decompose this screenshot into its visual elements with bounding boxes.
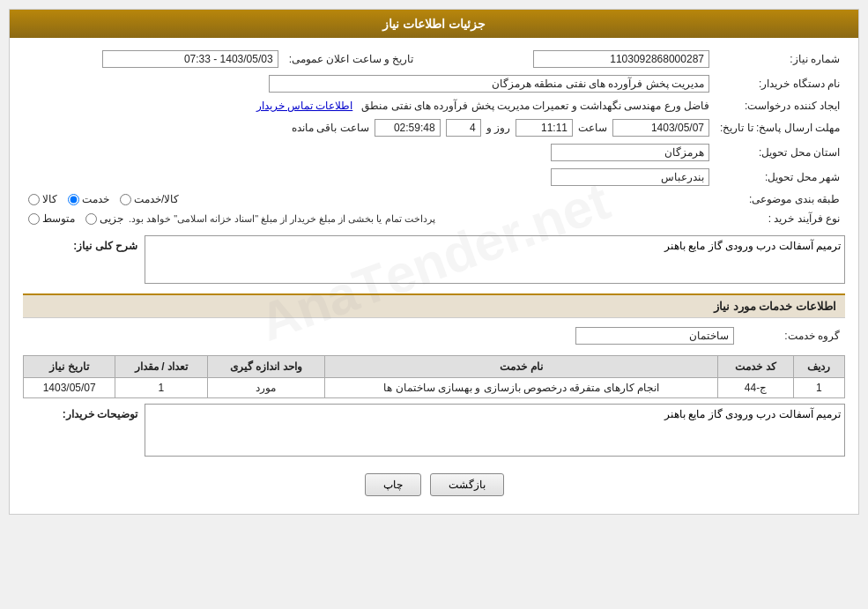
response-date-input: 1403/05/07 <box>612 119 709 137</box>
category-both-radio[interactable] <box>120 194 131 205</box>
table-cell-unit: مورد <box>207 378 325 398</box>
process-motavaset-label: متوسط <box>42 212 75 225</box>
category-kala-label: کالا <box>42 193 57 205</box>
category-both-item: کالا/خدمت <box>120 193 179 205</box>
process-options: پرداخت تمام یا بخشی از مبلغ خریدار از مب… <box>23 209 715 228</box>
announce-input: 1403/05/03 - 07:33 <box>102 50 278 68</box>
need-summary-textarea[interactable] <box>145 235 845 284</box>
process-jozii-label: جزیی <box>100 212 123 225</box>
page-header: جزئیات اطلاعات نیاز <box>10 10 858 38</box>
process-label: نوع فرآیند خرید : <box>715 209 845 228</box>
response-deadline-cells: 1403/05/07 ساعت 11:11 روز و 4 02:59:48 س… <box>23 115 715 140</box>
services-table-header-row: ردیف کد خدمت نام خدمت واحد اندازه گیری ت… <box>24 356 845 378</box>
content-area: شماره نیاز: 1103092868000287 تاریخ و ساع… <box>10 38 858 514</box>
process-flex: پرداخت تمام یا بخشی از مبلغ خریدار از مب… <box>28 212 709 225</box>
table-cell-code: ج-44 <box>718 378 794 398</box>
category-label: طبقه بندی موضوعی: <box>715 189 845 209</box>
requester-input: مدیریت پخش فرآورده های نفتی منطقه هرمزگا… <box>269 75 709 93</box>
requester-label: نام دستگاه خریدار: <box>715 71 845 96</box>
table-cell-name: انجام کارهای متفرقه درخصوص بازسازی و بهس… <box>325 378 718 398</box>
process-jozii-item: جزیی <box>85 212 123 225</box>
process-radio-group: جزیی متوسط <box>28 212 123 225</box>
main-box: AnaТender.net جزئیات اطلاعات نیاز شماره … <box>9 9 859 515</box>
response-time-input: 11:11 <box>516 119 573 137</box>
process-row: نوع فرآیند خرید : پرداخت تمام یا بخشی از… <box>23 209 845 228</box>
need-summary-label: شرح کلی نیاز: <box>23 235 137 252</box>
creator-text: فاضل ورع مهندسی نگهداشت و تعمیرات مدیریت… <box>361 100 709 112</box>
need-summary-input-wrap <box>145 235 845 286</box>
requester-row: نام دستگاه خریدار: مدیریت پخش فرآورده ها… <box>23 71 845 96</box>
page-wrapper: AnaТender.net جزئیات اطلاعات نیاز شماره … <box>0 0 868 524</box>
col-row-num: ردیف <box>793 356 844 378</box>
need-number-label: شماره نیاز: <box>715 47 845 71</box>
services-table: ردیف کد خدمت نام خدمت واحد اندازه گیری ت… <box>23 355 845 398</box>
buyer-desc-label: توضیحات خریدار: <box>23 404 137 420</box>
response-remaining-input: 02:59:48 <box>375 119 441 137</box>
buyer-desc-section: توضیحات خریدار: <box>23 404 845 459</box>
buyer-desc-textarea[interactable] <box>145 404 845 457</box>
province-row: استان محل تحویل: هرمزگان <box>23 140 845 165</box>
category-khedmat-label: خدمت <box>82 193 109 205</box>
service-group-label: گروه خدمت: <box>739 323 845 348</box>
city-input: بندرعباس <box>551 168 709 186</box>
creator-link[interactable]: اطلاعات تماس خریدار <box>256 100 353 112</box>
service-group-value: ساختمان <box>23 323 739 348</box>
info-table: شماره نیاز: 1103092868000287 تاریخ و ساع… <box>23 47 845 228</box>
table-row: 1ج-44انجام کارهای متفرقه درخصوص بازسازی … <box>24 378 845 398</box>
process-motavaset-radio[interactable] <box>28 213 40 225</box>
response-time-label: ساعت <box>578 122 607 134</box>
response-deadline-flex: 1403/05/07 ساعت 11:11 روز و 4 02:59:48 س… <box>28 119 709 137</box>
city-row: شهر محل تحویل: بندرعباس <box>23 165 845 189</box>
category-khedmat-radio[interactable] <box>68 194 79 205</box>
creator-label: ایجاد کننده درخواست: <box>715 96 845 115</box>
col-service-name: نام خدمت <box>325 356 718 378</box>
category-row: طبقه بندی موضوعی: کالا خدمت <box>23 189 845 209</box>
service-group-row: گروه خدمت: ساختمان <box>23 323 845 348</box>
service-group-input: ساختمان <box>575 327 734 345</box>
need-number-row: شماره نیاز: 1103092868000287 تاریخ و ساع… <box>23 47 845 71</box>
back-button[interactable]: بازگشت <box>430 473 504 496</box>
need-summary-section: شرح کلی نیاز: <box>23 235 845 286</box>
buyer-desc-input-wrap <box>145 404 845 459</box>
col-service-code: کد خدمت <box>718 356 794 378</box>
city-value: بندرعباس <box>23 165 715 189</box>
page-title: جزئیات اطلاعات نیاز <box>382 17 486 31</box>
col-quantity: تعداد / مقدار <box>115 356 207 378</box>
col-date: تاریخ نیاز <box>24 356 115 378</box>
category-radio-group: کالا خدمت کالا/خدمت <box>28 193 709 205</box>
table-cell-row: 1 <box>793 378 844 398</box>
response-deadline-label: مهلت ارسال پاسخ: تا تاریخ: <box>715 115 845 140</box>
category-both-label: کالا/خدمت <box>134 193 179 205</box>
need-number-value: 1103092868000287 <box>454 47 715 71</box>
response-days-label: روز و <box>486 122 510 134</box>
province-input: هرمزگان <box>551 144 709 161</box>
process-motavaset-item: متوسط <box>28 212 75 225</box>
process-jozii-radio[interactable] <box>85 213 97 225</box>
category-kala-radio[interactable] <box>28 194 40 205</box>
creator-row: ایجاد کننده درخواست: فاضل ورع مهندسی نگه… <box>23 96 845 115</box>
button-row: بازگشت چاپ <box>23 464 845 505</box>
need-number-input: 1103092868000287 <box>533 50 709 68</box>
response-remaining-label: ساعت باقی مانده <box>292 122 369 134</box>
table-cell-date: 1403/05/07 <box>24 378 115 398</box>
response-days-input: 4 <box>446 119 481 137</box>
province-label: استان محل تحویل: <box>715 140 845 165</box>
table-cell-quantity: 1 <box>115 378 207 398</box>
category-options: کالا خدمت کالا/خدمت <box>23 189 715 209</box>
category-kala-item: کالا <box>28 193 57 205</box>
province-value: هرمزگان <box>23 140 715 165</box>
col-unit: واحد اندازه گیری <box>207 356 325 378</box>
process-note: پرداخت تمام یا بخشی از مبلغ خریدار از مب… <box>129 213 435 225</box>
announce-value: 1403/05/03 - 07:33 <box>23 47 284 71</box>
services-section-title: اطلاعات خدمات مورد نیاز <box>23 293 845 318</box>
service-group-table: گروه خدمت: ساختمان <box>23 323 845 348</box>
print-button[interactable]: چاپ <box>365 473 421 496</box>
category-khedmat-item: خدمت <box>68 193 109 205</box>
city-label: شهر محل تحویل: <box>715 165 845 189</box>
requester-value: مدیریت پخش فرآورده های نفتی منطقه هرمزگا… <box>23 71 715 96</box>
response-deadline-row: مهلت ارسال پاسخ: تا تاریخ: 1403/05/07 سا… <box>23 115 845 140</box>
creator-value: فاضل ورع مهندسی نگهداشت و تعمیرات مدیریت… <box>23 96 715 115</box>
announce-label: تاریخ و ساعت اعلان عمومی: <box>284 47 419 71</box>
